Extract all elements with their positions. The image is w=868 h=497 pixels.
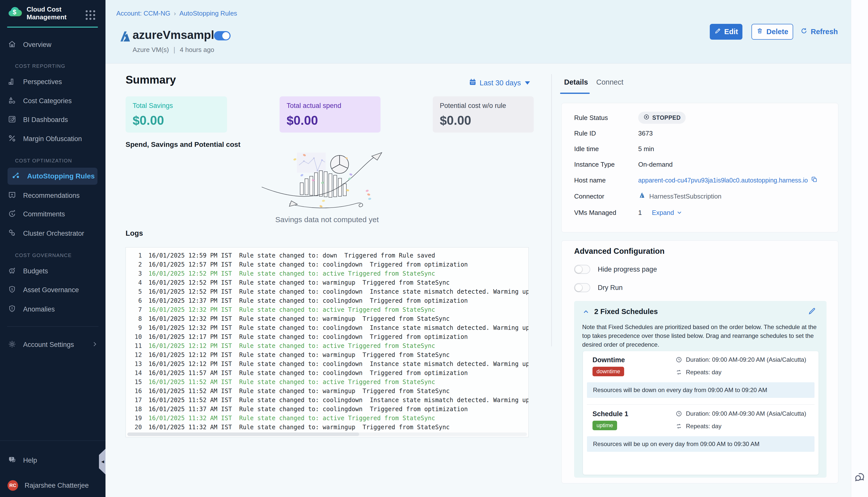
rule-enabled-toggle[interactable] [214,31,230,40]
fixed-schedules-note: Note that Fixed Schedules are prioritize… [582,323,820,349]
card-label: Potential cost w/o rule [440,102,527,110]
log-line-number: 18 [130,406,142,413]
sidebar-item-commitments[interactable]: Commitments [8,207,98,221]
schedule-name: Downtime [592,356,625,364]
svg-text:$: $ [11,287,13,291]
log-entry: 1816/01/2025 11:37 AM IST Rule state cha… [130,404,526,414]
brand-accent-rule [7,27,98,28]
refresh-button-label: Refresh [811,28,838,36]
sidebar-item-asset-governance[interactable]: $ Asset Governance [8,283,98,297]
chevron-up-icon [582,308,590,315]
breadcrumb-account[interactable]: Account: CCM-NG [116,10,170,17]
support-chat-icon[interactable] [853,470,867,485]
shapes-icon [8,96,17,106]
detail-label: Instance Type [574,161,638,168]
breadcrumb-page[interactable]: AutoStopping Rules [179,10,237,17]
sidebar-item-label: Perspectives [23,78,62,86]
log-line-text: 16/01/2025 12:17 PM IST Rule state chang… [149,333,468,340]
clock-refresh-icon [8,209,17,219]
sidebar: $ Cloud Cost Management Overview COST RE… [0,0,106,497]
log-entry: 816/01/2025 12:32 PM IST Rule state chan… [130,314,526,323]
refresh-button[interactable]: Refresh [798,24,840,40]
log-line-number: 7 [130,306,142,313]
sidebar-item-margin-obfuscation[interactable]: Margin Obfuscation [8,132,98,146]
shield-dollar-icon: $ [8,285,17,295]
page-subtitle: Azure VM(s) | 4 hours ago [132,46,214,54]
breadcrumb-separator-icon: › [174,10,176,17]
detail-row-host-name: Host name apparent-cod-cu47pvu93ja1is9la… [574,175,828,186]
dry-run-toggle[interactable] [574,283,590,292]
last-updated-label: 4 hours ago [180,46,214,54]
help-chat-icon: ? [8,455,17,465]
toggle-label: Hide progress page [598,266,657,273]
tab-active-underline [560,93,590,94]
chart-section-title: Spend, Savings and Potential cost [126,141,240,148]
sidebar-divider [7,326,98,327]
log-line-number: 4 [130,279,142,286]
date-range-label: Last 30 days [480,79,521,87]
log-line-number: 10 [130,333,142,340]
log-line-text: 16/01/2025 12:12 PM IST Rule state chang… [149,351,450,358]
log-entry: 616/01/2025 12:37 PM IST Rule state chan… [130,296,526,305]
card-value: $0.00 [286,113,374,128]
detail-label: VMs Managed [574,209,638,217]
refresh-icon [800,27,808,37]
log-line-number: 5 [130,288,142,295]
log-line-number: 14 [130,369,142,377]
log-entry: 916/01/2025 12:32 PM IST Rule state chan… [130,323,526,332]
tab-connect[interactable]: Connect [596,78,624,86]
sidebar-item-recommendations[interactable]: Recommendations [8,188,98,202]
fixed-schedules-header[interactable]: 2 Fixed Schedules [582,308,658,316]
schedule-repeats-row: Repeats: day [675,369,721,376]
edit-schedules-pencil-icon[interactable] [808,307,816,316]
content-divider [551,74,552,346]
sidebar-item-autostopping-rules[interactable]: AutoStopping Rules [8,168,97,185]
tab-details[interactable]: Details [564,78,588,86]
edit-button[interactable]: Edit [710,24,742,40]
detail-row-idle-time: Idle time 5 min [574,143,828,154]
svg-text:?: ? [11,457,12,460]
sidebar-item-label: Anomalies [23,306,55,313]
sidebar-item-perspectives[interactable]: Perspectives [8,75,98,89]
svg-text:$: $ [13,9,16,16]
log-entry: 516/01/2025 12:52 PM IST Rule state chan… [130,287,526,296]
sidebar-item-overview[interactable]: Overview [8,38,98,52]
copy-icon[interactable] [811,176,818,184]
azure-logo-icon [117,30,133,45]
logs-horizontal-scrollbar[interactable] [127,432,527,436]
sidebar-item-cost-categories[interactable]: Cost Categories [8,94,98,108]
log-line-number: 13 [130,360,142,368]
log-entry: 1116/01/2025 12:12 PM IST Rule state cha… [130,341,526,351]
sidebar-item-bi-dashboards[interactable]: BI Dashboards [8,113,98,127]
sidebar-item-help[interactable]: ? Help [8,453,98,467]
date-range-dropdown[interactable]: Last 30 days [439,78,530,88]
log-entry: 716/01/2025 12:32 PM IST Rule state chan… [130,305,526,314]
fixed-schedules-panel: 2 Fixed Schedules Note that Fixed Schedu… [574,301,827,478]
sidebar-user[interactable]: RC Rajarshee Chatterjee [8,479,98,493]
schedule-duration: Duration: 09:00 AM-09:30 AM (Asia/Calcut… [686,410,806,417]
delete-button[interactable]: Delete [752,24,793,40]
expand-vms-link[interactable]: Expand [652,209,682,217]
app-switcher-grid-icon[interactable] [85,10,96,20]
log-entry: 1316/01/2025 12:12 PM IST Rule state cha… [130,359,526,368]
schedule-duration: Duration: 09:00 AM-09:20 AM (Asia/Calcut… [686,356,806,363]
toggle-label: Dry Run [598,284,622,292]
sidebar-item-budgets[interactable]: $ Budgets [8,264,98,278]
card-value: $0.00 [440,113,527,128]
sidebar-item-anomalies[interactable]: Anomalies [8,302,98,316]
sidebar-item-label: Overview [23,41,52,49]
svg-text:$: $ [11,269,13,272]
host-name-text: apparent-cod-cu47pvu93ja1is9la0c0.autost… [638,177,808,184]
calendar-icon [469,78,477,88]
detail-label: Rule Status [574,114,638,122]
sidebar-item-account-settings[interactable]: Account Settings [8,338,98,352]
host-name-link[interactable]: apparent-cod-cu47pvu93ja1is9la0c0.autost… [638,176,818,184]
schedule-repeats: Repeats: day [686,423,721,430]
status-badge-label: STOPPED [652,114,681,121]
log-entry: 1216/01/2025 12:12 PM IST Rule state cha… [130,351,526,359]
log-line-text: 16/01/2025 12:32 PM IST Rule state chang… [149,324,529,331]
sidebar-item-cluster-orchestrator[interactable]: Cluster Orchestrator [8,226,98,240]
log-line-text: 16/01/2025 11:37 AM IST Rule state chang… [149,406,468,413]
hide-progress-toggle[interactable] [574,265,590,274]
log-line-text: 16/01/2025 12:12 PM IST Rule state chang… [149,360,529,368]
